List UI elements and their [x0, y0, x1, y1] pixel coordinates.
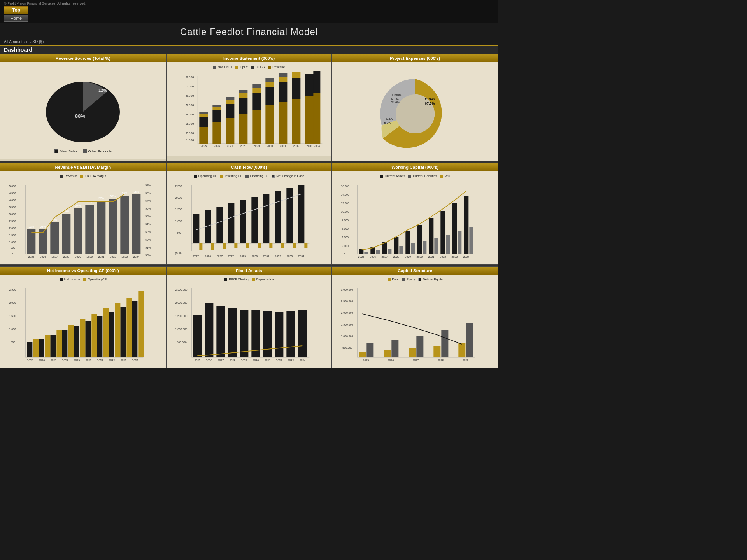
- svg-text:2025: 2025: [200, 145, 207, 147]
- svg-text:2029: 2029: [253, 145, 260, 147]
- svg-text:1.000.000: 1.000.000: [175, 328, 187, 331]
- svg-text:2.000: 2.000: [175, 196, 182, 199]
- svg-text:2.500.000: 2.500.000: [175, 288, 187, 291]
- svg-text:55%: 55%: [145, 215, 151, 218]
- svg-text:4.000: 4.000: [9, 199, 16, 201]
- svg-text:2033: 2033: [121, 359, 127, 362]
- svg-rect-227: [138, 291, 144, 357]
- svg-rect-178: [452, 203, 457, 254]
- svg-text:3.000.000: 3.000.000: [341, 288, 353, 291]
- svg-text:2.000.000: 2.000.000: [341, 312, 353, 314]
- svg-rect-179: [464, 196, 469, 254]
- svg-rect-279: [459, 343, 466, 357]
- svg-rect-217: [132, 301, 137, 357]
- revenue-sources-panel: Revenue Sources (Total %) 12% 88% Meat S…: [0, 54, 166, 161]
- svg-rect-185: [423, 241, 427, 254]
- svg-text:5.000: 5.000: [186, 103, 194, 107]
- cashflow-legend: Operating CF Investing CF Financing CF N…: [169, 174, 330, 178]
- svg-text:7.000: 7.000: [186, 85, 194, 88]
- svg-rect-48: [292, 99, 300, 144]
- svg-text:53%: 53%: [40, 225, 46, 228]
- svg-text:2034: 2034: [132, 359, 139, 362]
- svg-rect-55: [313, 93, 320, 144]
- svg-text:4.500: 4.500: [9, 192, 16, 194]
- svg-rect-218: [33, 339, 39, 357]
- svg-text:2030: 2030: [267, 145, 273, 147]
- svg-text:2.500.000: 2.500.000: [341, 300, 353, 303]
- svg-text:2.000: 2.000: [9, 227, 16, 229]
- home-button[interactable]: Home: [4, 15, 28, 22]
- svg-text:& Tax: & Tax: [391, 97, 399, 100]
- svg-text:2031: 2031: [264, 359, 270, 362]
- pie-container: 12% 88% Meat Sales Other Products: [3, 65, 163, 157]
- svg-rect-131: [216, 207, 223, 243]
- svg-text:2026: 2026: [206, 359, 212, 362]
- svg-rect-176: [429, 218, 434, 254]
- svg-rect-39: [265, 87, 274, 105]
- svg-rect-214: [97, 316, 102, 357]
- svg-rect-31: [239, 90, 247, 93]
- top-bar: © Profit Vision Financial Services. All …: [0, 0, 498, 23]
- svg-rect-184: [411, 243, 415, 254]
- svg-text:2034: 2034: [133, 256, 140, 258]
- svg-text:-: -: [344, 252, 345, 254]
- working-capital-panel: Working Capital (000's) Current Assets C…: [332, 163, 498, 265]
- svg-text:2032: 2032: [293, 145, 299, 147]
- svg-rect-255: [298, 310, 307, 357]
- svg-text:2028: 2028: [63, 256, 70, 258]
- svg-rect-16: [199, 112, 208, 114]
- cash-flow-header: Cash Flow (000's): [167, 163, 332, 171]
- bar-group-2027: 2027: [226, 97, 234, 147]
- svg-text:COGS: COGS: [425, 97, 435, 101]
- svg-rect-278: [434, 346, 441, 357]
- legend-meat-sales: Meat Sales: [54, 149, 77, 153]
- revenue-sources-header: Revenue Sources (Total %): [0, 54, 166, 62]
- svg-rect-219: [45, 335, 50, 357]
- svg-rect-13: [199, 127, 208, 144]
- svg-rect-220: [56, 330, 62, 357]
- svg-rect-189: [470, 227, 473, 254]
- svg-text:2.000: 2.000: [186, 131, 194, 135]
- svg-text:2029: 2029: [463, 359, 469, 362]
- svg-rect-225: [115, 303, 120, 357]
- svg-rect-208: [27, 342, 32, 357]
- svg-text:12.000: 12.000: [341, 202, 350, 205]
- revenue-ebitda-panel: Revenue vs EBITDA Margin Revenue EBITDA …: [0, 163, 166, 265]
- donut-container: COGS 67,5% G&A 8,0% Interest & Tax 24,6%: [335, 65, 495, 159]
- svg-text:2030: 2030: [87, 256, 93, 258]
- svg-rect-53: [305, 74, 314, 96]
- charts-row-2: Revenue vs EBITDA Margin Revenue EBITDA …: [0, 163, 498, 265]
- svg-rect-143: [246, 243, 249, 248]
- svg-text:2031: 2031: [98, 256, 105, 258]
- svg-text:2.000: 2.000: [9, 301, 16, 304]
- svg-text:2031: 2031: [280, 145, 286, 147]
- nav-buttons: Top Home: [4, 6, 28, 22]
- svg-text:2.000: 2.000: [342, 245, 349, 247]
- svg-text:53%: 53%: [145, 231, 151, 233]
- svg-text:2029: 2029: [405, 256, 411, 258]
- svg-text:2025: 2025: [358, 256, 365, 258]
- svg-text:2032: 2032: [110, 256, 116, 258]
- dashboard-header: Dashboard: [0, 45, 498, 54]
- wc-legend: Current Assets Current Liabilities WC: [335, 174, 495, 178]
- svg-rect-134: [251, 197, 258, 243]
- svg-rect-141: [223, 243, 226, 249]
- svg-rect-212: [74, 326, 79, 357]
- svg-rect-177: [441, 211, 445, 254]
- top-button[interactable]: Top: [4, 6, 28, 14]
- svg-rect-175: [417, 225, 422, 254]
- svg-rect-132: [228, 203, 234, 243]
- svg-rect-94: [74, 208, 82, 254]
- svg-text:2026: 2026: [205, 255, 211, 257]
- bar-group-2028: 2028: [239, 90, 247, 147]
- svg-text:67,5%: 67,5%: [425, 102, 435, 105]
- svg-text:2027: 2027: [52, 256, 58, 258]
- capital-structure-body: Debt Equity Debt-to-Equity 3.000.000 2.5…: [332, 275, 498, 368]
- svg-rect-246: [193, 315, 202, 357]
- bar-group-2031: 2031: [279, 73, 287, 147]
- svg-text:500: 500: [11, 341, 15, 344]
- svg-text:1.000.000: 1.000.000: [341, 335, 353, 338]
- svg-text:2031: 2031: [428, 256, 435, 258]
- svg-text:1.500.000: 1.500.000: [341, 323, 353, 326]
- svg-rect-136: [275, 191, 281, 243]
